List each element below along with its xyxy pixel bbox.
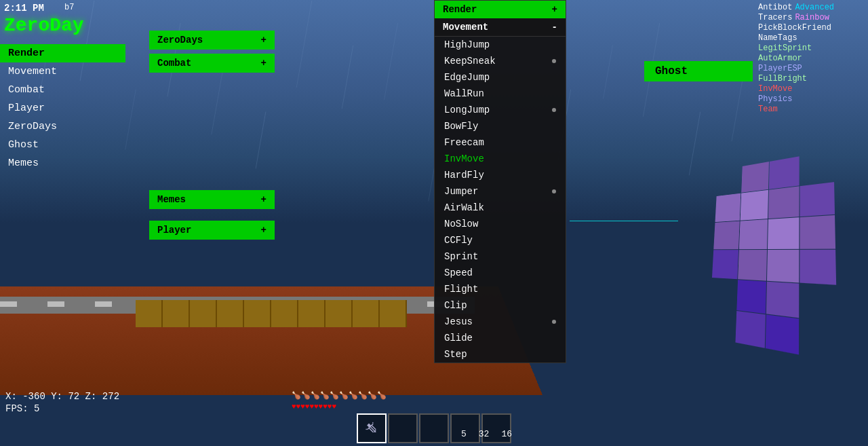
movement-header-label: Movement <box>443 22 488 33</box>
sidebar-item-memes[interactable]: Memes <box>0 154 125 172</box>
item-count-1: 5 <box>461 429 467 439</box>
sidebar-item-combat[interactable]: Combat <box>0 81 125 99</box>
hud-legitspring: LegitSprint <box>758 43 812 53</box>
combat-button-label: Combat <box>157 58 191 69</box>
zerodays-button-label: ZeroDays <box>157 35 203 45</box>
movement-header-symbol: - <box>552 22 557 33</box>
movement-dropdown: Render + Movement - HighJump KeepSneak E… <box>434 0 566 363</box>
zerodays-button[interactable]: ZeroDays + <box>149 31 275 50</box>
hud-invmove: InvMove <box>758 84 792 94</box>
hud-line-legitspring: LegitSprint <box>758 43 863 53</box>
movement-item-noslow[interactable]: NoSlow <box>435 216 566 232</box>
memes-plus-icon: + <box>261 194 267 205</box>
hud-line-fullbright: FullBright <box>758 74 863 83</box>
player-button[interactable]: Player + <box>149 221 275 240</box>
hud-line-physics: Physics <box>758 94 863 104</box>
sidebar-item-ghost[interactable]: Ghost <box>0 136 125 154</box>
hotbar-slot-1[interactable]: 🗡 <box>357 413 387 443</box>
movement-item-hardfly[interactable]: HardFly <box>435 167 566 183</box>
hotbar-slot-3[interactable] <box>419 413 449 443</box>
hud-advanced: Advanced <box>795 3 834 12</box>
memes-button-container: Memes + <box>149 190 275 213</box>
coords-fps-display: X: -360 Y: 72 Z: 272 FPS: 5 <box>5 391 119 415</box>
movement-item-clip[interactable]: Clip <box>435 297 566 314</box>
jumper-bar <box>552 189 556 193</box>
hud-line-playeresp: PlayerESP <box>758 64 863 73</box>
movement-item-longjump[interactable]: LongJump <box>435 102 566 118</box>
hud-autoarmor: AutoArmor <box>758 54 802 63</box>
movement-item-wallrun[interactable]: WallRun <box>435 86 566 102</box>
item-counts: 5 32 16 <box>461 429 512 439</box>
movement-item-invmove[interactable]: InvMove <box>435 151 566 167</box>
combat-button[interactable]: Combat + <box>149 54 275 73</box>
movement-item-edgejump[interactable]: EdgeJump <box>435 69 566 86</box>
hunger-bar: 🍗🍗🍗🍗🍗🍗🍗🍗🍗🍗 <box>292 391 387 400</box>
longjump-bar <box>552 108 556 112</box>
hud-line-nametags: NameTags <box>758 33 863 43</box>
movement-dropdown-header[interactable]: Movement - <box>435 18 566 37</box>
hunger-icon: 🍗🍗🍗🍗🍗🍗🍗🍗🍗🍗 <box>292 391 387 400</box>
player-plus-icon: + <box>261 225 267 236</box>
hud-line-autoarmor: AutoArmor <box>758 54 863 63</box>
health-bar: ♥♥♥♥♥♥♥♥♥♥ <box>292 403 336 411</box>
hud-playeresp: PlayerESP <box>758 64 802 73</box>
movement-item-glide[interactable]: Glide <box>435 330 566 346</box>
heart-icons: ♥♥♥♥♥♥♥♥♥♥ <box>292 403 336 411</box>
character-area <box>637 102 841 407</box>
movement-item-jumper[interactable]: Jumper <box>435 183 566 200</box>
movement-item-freecam[interactable]: Freecam <box>435 134 566 151</box>
hud-line-pickblock: PickBlockFriend <box>758 23 863 33</box>
render-header-label: Render <box>443 4 477 15</box>
zerodays-button-container: ZeroDays + Combat + <box>149 31 275 77</box>
movement-item-airwalk[interactable]: AirWalk <box>435 200 566 216</box>
hotbar-slot-2[interactable] <box>388 413 418 443</box>
movement-item-highjump[interactable]: HighJump <box>435 37 566 53</box>
movement-item-keepsneak[interactable]: KeepSneak <box>435 53 566 69</box>
hud-team: Team <box>758 105 778 114</box>
memes-button-label: Memes <box>157 194 186 205</box>
player-button-container: Player + <box>149 221 275 244</box>
combat-plus-icon: + <box>261 58 267 69</box>
sidebar-item-movement[interactable]: Movement <box>0 62 125 81</box>
sidebar-item-zerodays[interactable]: ZeroDays <box>0 117 125 136</box>
hud-version: b7 <box>64 3 74 12</box>
sword-icon: 🗡 <box>360 417 384 441</box>
hud-time: 2:11 PM <box>4 3 44 14</box>
keepsneak-bar <box>552 59 556 63</box>
cyan-line <box>570 221 678 221</box>
render-dropdown-header[interactable]: Render + <box>435 1 566 18</box>
sidebar-item-render[interactable]: Render <box>0 44 125 62</box>
hud-line-team: Team <box>758 105 863 114</box>
memes-button[interactable]: Memes + <box>149 190 275 209</box>
movement-item-step[interactable]: Step <box>435 346 566 363</box>
movement-item-ccfly[interactable]: CCFly <box>435 232 566 248</box>
hud-pickblock: PickBlockFriend <box>758 23 831 33</box>
logo: ZeroDay <box>4 15 84 36</box>
movement-item-sprint[interactable]: Sprint <box>435 248 566 265</box>
movement-item-flight[interactable]: Flight <box>435 281 566 297</box>
render-header-symbol: + <box>552 4 557 15</box>
hud-antibot: Antibot <box>758 3 792 12</box>
movement-item-bowfly[interactable]: BowFly <box>435 118 566 134</box>
hud-tracers: Tracers <box>758 13 792 22</box>
player-button-label: Player <box>157 225 191 236</box>
zerodays-plus-icon: + <box>261 35 267 45</box>
item-count-3: 16 <box>501 429 512 439</box>
hud-nametags: NameTags <box>758 33 797 43</box>
right-hud: Antibot Advanced Tracers Rainbow PickBlo… <box>753 0 868 117</box>
hud-fullbright: FullBright <box>758 74 807 83</box>
sidebar-item-player[interactable]: Player <box>0 99 125 117</box>
movement-item-speed[interactable]: Speed <box>435 265 566 281</box>
hud-line-invmove: InvMove <box>758 84 863 94</box>
hud-line-antibot: Antibot Advanced <box>758 3 863 12</box>
coordinates: X: -360 Y: 72 Z: 272 <box>5 391 119 402</box>
fps-counter: FPS: 5 <box>5 403 119 414</box>
jesus-bar <box>552 320 556 324</box>
hud-physics: Physics <box>758 94 792 104</box>
movement-item-jesus[interactable]: Jesus <box>435 314 566 330</box>
item-count-2: 32 <box>479 429 490 439</box>
hud-line-tracers: Tracers Rainbow <box>758 13 863 22</box>
ghost-button[interactable]: Ghost <box>644 61 753 81</box>
hud-rainbow: Rainbow <box>795 13 829 22</box>
